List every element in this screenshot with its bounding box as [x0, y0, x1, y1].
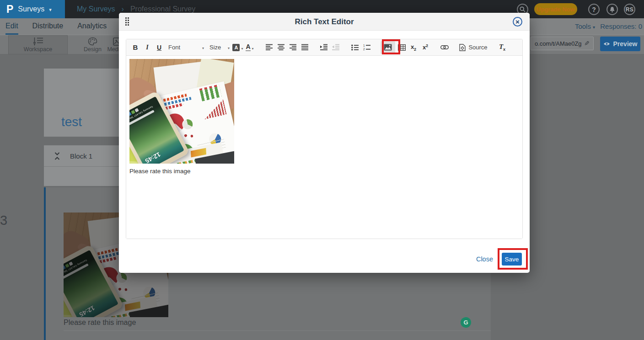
chevron-down-icon [591, 22, 595, 30]
svg-text:1: 1 [363, 44, 365, 47]
photo-tablet-clock: 12:45 [144, 151, 162, 164]
preview-button[interactable]: Preview [600, 37, 640, 51]
photo-tablet-clock: 12:45 [78, 304, 96, 317]
align-center-icon [278, 44, 284, 51]
edit-pencil-icon[interactable] [584, 39, 590, 48]
bgcolor-icon: A [232, 44, 240, 51]
nav-tab-analytics[interactable]: Analytics [77, 18, 107, 35]
notifications-button[interactable] [606, 4, 618, 15]
grammarly-icon[interactable]: G [461, 317, 471, 328]
photo-bar-pictogram [200, 86, 222, 101]
share-url-field[interactable]: o.com/t/AMae0Zgn [531, 37, 594, 50]
highlight-save-button [498, 248, 528, 270]
upgrade-now-button[interactable]: Upgrade Now [534, 3, 577, 15]
drag-handle-icon[interactable] [125, 17, 129, 26]
editor-caption-text[interactable]: Please rate this image [129, 168, 519, 175]
font-dropdown[interactable]: Font [166, 42, 207, 53]
superscript-button[interactable]: x2 [420, 41, 431, 54]
product-switcher[interactable]: P Surveys [0, 0, 65, 18]
share-url-text: o.com/t/AMae0Zgn [535, 40, 581, 47]
chevron-down-icon [201, 44, 204, 51]
nav-tab-distribute[interactable]: Distribute [32, 18, 64, 35]
bullet-list-icon [351, 44, 359, 51]
chevron-down-icon [226, 44, 230, 51]
source-button[interactable]: Source [458, 41, 488, 54]
tools-menu[interactable]: Tools [575, 18, 595, 36]
italic-button[interactable]: I [142, 41, 153, 54]
align-left-icon [266, 44, 273, 51]
indent-icon [320, 44, 327, 51]
photo-bar-chart [201, 99, 226, 119]
numbered-list-button[interactable]: 12 [361, 41, 372, 54]
subscript-button[interactable]: x2 [408, 41, 419, 54]
proprofs-logo: P [6, 4, 13, 15]
rich-text-editor: B I U Font Size A A 12 x2 x2 [126, 39, 523, 239]
textcolor-icon: A [246, 43, 250, 51]
background-color-button[interactable]: A [232, 41, 243, 54]
align-left-button[interactable] [263, 41, 274, 54]
size-dropdown[interactable]: Size [207, 42, 232, 53]
chevron-down-icon [49, 5, 52, 13]
question-divider [64, 330, 491, 331]
app-screen: P Surveys My Surveys Professional Survey… [0, 0, 644, 340]
underline-button[interactable]: U [154, 41, 165, 54]
bold-button[interactable]: B [130, 41, 141, 54]
product-label: Surveys [18, 5, 44, 13]
modal-close-link[interactable]: Close [476, 255, 493, 263]
text-color-button[interactable]: A [244, 41, 255, 54]
help-button[interactable]: ? [588, 4, 600, 15]
breadcrumb-current: Professional Survey [130, 5, 195, 13]
chevron-down-icon [240, 44, 243, 51]
workspace-icon [32, 37, 44, 46]
user-avatar[interactable]: RS [624, 4, 635, 15]
close-icon [515, 18, 520, 26]
ribbon-tab-label: Workspace [24, 46, 52, 53]
align-right-icon [290, 44, 296, 51]
link-icon [440, 45, 449, 49]
nav-tab-edit[interactable]: Edit [5, 18, 18, 35]
source-document-icon [459, 44, 466, 51]
modal-title: Rich Text Editor [119, 13, 530, 31]
block-name: Block 1 [70, 152, 92, 160]
insert-link-button[interactable] [439, 41, 450, 54]
justify-button[interactable] [299, 41, 310, 54]
chevron-down-icon [251, 44, 254, 51]
modal-close-button[interactable] [513, 17, 522, 27]
question-text: Please rate this image [64, 319, 136, 327]
editor-content-area[interactable]: 55% Samsung GALAXY Tab S 12:45 Please ra… [126, 56, 522, 239]
rich-text-editor-modal: Rich Text Editor B I U Font Size A A 12 [119, 13, 530, 273]
align-center-button[interactable] [275, 41, 286, 54]
eye-icon [603, 42, 610, 46]
outdent-button[interactable] [330, 41, 341, 54]
ribbon-tab-workspace[interactable]: Workspace [8, 35, 68, 54]
question-number: 3 [0, 213, 7, 228]
align-right-button[interactable] [287, 41, 298, 54]
bell-icon [609, 6, 615, 13]
justify-icon [301, 44, 308, 51]
collapse-icon[interactable] [54, 152, 60, 160]
breadcrumb-parent[interactable]: My Surveys [77, 5, 115, 13]
modal-header: Rich Text Editor [119, 13, 530, 31]
breadcrumb-separator-icon [122, 5, 124, 13]
highlight-insert-image [382, 39, 400, 54]
remove-format-button[interactable]: Tx [497, 41, 508, 54]
responses-count[interactable]: Responses: 0 [600, 18, 642, 35]
outdent-icon [332, 44, 339, 51]
survey-title[interactable]: test [61, 115, 82, 129]
indent-button[interactable] [318, 41, 329, 54]
bullet-list-button[interactable] [349, 41, 360, 54]
search-icon [520, 6, 526, 12]
numbered-list-icon: 12 [363, 44, 370, 51]
editor-toolbar: B I U Font Size A A 12 x2 x2 [126, 39, 522, 56]
embedded-image[interactable]: 55% Samsung GALAXY Tab S 12:45 [129, 59, 234, 164]
svg-text:2: 2 [363, 48, 365, 51]
